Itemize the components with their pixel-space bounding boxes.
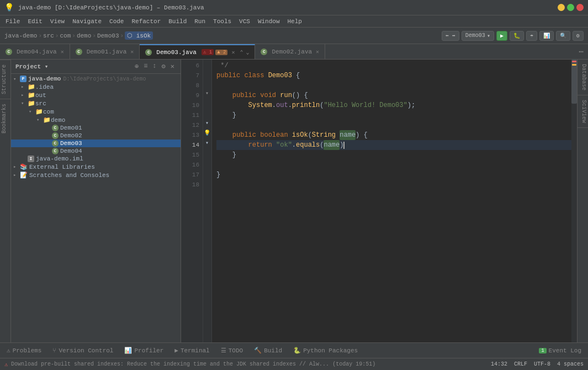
menu-navigate[interactable]: Navigate [69,17,105,26]
breadcrumb-src[interactable]: src [43,33,54,39]
code-line-14: return "ok".equals(name) [216,140,571,150]
status-indent[interactable]: 4 spaces [557,361,584,367]
settings-button[interactable]: ⚙ [573,31,584,41]
debug-button[interactable]: 🐛 [510,31,524,41]
vcs-button[interactable]: ⬅ ➡ [442,31,459,41]
menu-refactor[interactable]: Refactor [128,17,164,26]
title-bar-controls[interactable] [558,4,584,11]
close-button[interactable] [576,4,584,11]
menu-vcs[interactable]: VCS [236,17,253,26]
menu-code[interactable]: Code [106,17,127,26]
editor-area[interactable]: 6 7 8 9 10 11 12 13 14 15 16 17 18 ▾ ▾ 💡… [181,60,577,342]
tab-menu-button[interactable]: ⋯ [579,47,584,56]
bottom-toolbar: ⚠ Problems ⑂ Version Control 📊 Profiler … [0,342,588,358]
nav-bar: java-demo › src › com › demo › Demo03 › … [0,28,588,44]
status-line-sep[interactable]: CRLF [514,361,527,367]
profile-button[interactable]: 📊 [539,31,554,41]
tab-close-demo02[interactable]: ✕ [316,49,319,55]
menu-window[interactable]: Window [255,17,283,26]
tree-label-demo02: Demo02 [60,132,82,139]
tree-item-java-demo[interactable]: ▾ P java-demo D:\IdeaProjects\java-demo [11,75,181,83]
tree-item-ext-libs[interactable]: ▸ 📚 External Libraries [11,163,181,171]
tree-item-out[interactable]: ▸ 📁 out [11,91,181,99]
run-config-name: Demo03 [465,33,485,39]
menu-help[interactable]: Help [284,17,305,26]
tree-item-demo04[interactable]: C Demo04 [11,147,181,155]
code-content[interactable]: */ public class Demo03 { public void run… [212,60,571,342]
tree-item-scratches[interactable]: ▸ 📝 Scratches and Consoles [11,171,181,179]
todo-tab[interactable]: ☰ TODO [216,345,247,356]
breadcrumb-demo[interactable]: demo [77,33,91,39]
gutter-hint-14[interactable]: 💡 [203,129,211,137]
tree-arrow-scratches: ▸ [13,172,19,178]
tab-demo02[interactable]: C Demo02.java ✕ [255,44,325,59]
database-tab[interactable]: Database [578,60,588,95]
tree-item-com[interactable]: ▾ 📁 com [11,108,181,116]
bookmarks-tab[interactable]: Bookmarks [0,99,10,138]
tab-demo03[interactable]: C Demo03.java ⚠ 1 ▲ 2 ✕ ⌃ ⌄ [140,44,255,59]
breadcrumb-demo03[interactable]: Demo03 [97,33,119,39]
status-position[interactable]: 14:32 [491,361,507,367]
run-config-selector[interactable]: Demo03 ▾ [462,31,494,41]
profiler-tab[interactable]: 📊 Profiler [120,345,168,356]
maximize-button[interactable] [567,4,574,11]
menu-run[interactable]: Run [191,17,209,26]
minimap-scrollbar[interactable] [571,60,577,342]
coverage-button[interactable]: ☂ [526,31,537,41]
menu-build[interactable]: Build [165,17,190,26]
minimap-thumb[interactable] [571,60,577,104]
folder-icon-ext-libs: 📚 [20,163,28,170]
tree-spacer-demo02 [45,133,51,138]
sidebar-collapse-btn[interactable]: ≡ [142,62,149,71]
breadcrumb-isok[interactable]: ⬡ isOk [125,31,153,40]
tree-item-demo03[interactable]: C Demo03 [11,140,181,147]
tree-item-src[interactable]: ▾ 📁 src [11,99,181,108]
tab-close-demo03[interactable]: ✕ [231,49,235,56]
sidebar-locate-btn[interactable]: ⊕ [133,62,140,71]
tree-path-java-demo: D:\IdeaProjects\java-demo [63,76,146,82]
version-control-tab[interactable]: ⑂ Version Control [48,346,118,356]
problems-tab[interactable]: ⚠ Problems [2,345,46,356]
tab-close-demo04[interactable]: ✕ [61,49,64,55]
tree-item-demo[interactable]: ▾ 📁 demo [11,116,181,124]
tab-demo01[interactable]: C Demo01.java ✕ [70,44,140,59]
terminal-tab[interactable]: ▶ Terminal [170,345,214,356]
structure-tab[interactable]: Structure [0,60,10,99]
sciview-tab[interactable]: SciView [578,95,588,128]
sidebar-sort-btn[interactable]: ↕ [151,62,158,71]
tree-item-demo01[interactable]: C Demo01 [11,124,181,132]
line-num-12: 12 [181,120,199,130]
minimize-button[interactable] [558,4,565,11]
code-line-6: */ [216,61,571,71]
build-tab[interactable]: 🔨 Build [250,345,287,356]
side-panel-tabs: Structure Bookmarks [0,60,11,342]
tree-arrow-src: ▾ [21,100,27,106]
event-log-tab[interactable]: 1 Event Log [534,346,586,356]
tree-label-idea: .idea [35,84,54,90]
menu-view[interactable]: View [47,17,68,26]
menu-file[interactable]: File [2,17,23,26]
status-encoding[interactable]: UTF-8 [534,361,550,367]
tab-close-demo01[interactable]: ✕ [130,49,134,55]
sidebar-close-btn[interactable]: ✕ [169,62,176,71]
python-packages-tab[interactable]: 🐍 Python Packages [289,345,362,356]
title-bar: 💡 java-demo [D:\IdeaProjects\java-demo] … [0,0,588,15]
sidebar-settings-btn[interactable]: ⚙ [160,62,167,71]
menu-edit[interactable]: Edit [24,17,45,26]
tab-down-icon[interactable]: ⌄ [246,49,249,56]
tree-item-idea[interactable]: ▸ 📁 .idea [11,83,181,91]
breadcrumb-java-demo[interactable]: java-demo [4,33,37,39]
run-button[interactable]: ▶ [496,31,507,41]
tab-demo04[interactable]: C Demo04.java ✕ [0,44,70,59]
breadcrumb-com[interactable]: com [60,33,71,39]
search-button[interactable]: 🔍 [556,31,570,41]
tree-item-iml[interactable]: I java-demo.iml [11,155,181,163]
line-num-14: 14 [181,140,199,150]
tree-item-demo02[interactable]: C Demo02 [11,132,181,140]
menu-tools[interactable]: Tools [210,17,235,26]
gutter-fold-9[interactable]: ▾ [203,89,211,97]
code-system: System [248,100,272,110]
gutter-fold-15[interactable]: ▾ [203,139,211,147]
tab-up-icon[interactable]: ⌃ [240,49,243,56]
status-message[interactable]: Download pre-built shared indexes: Reduc… [11,361,375,367]
